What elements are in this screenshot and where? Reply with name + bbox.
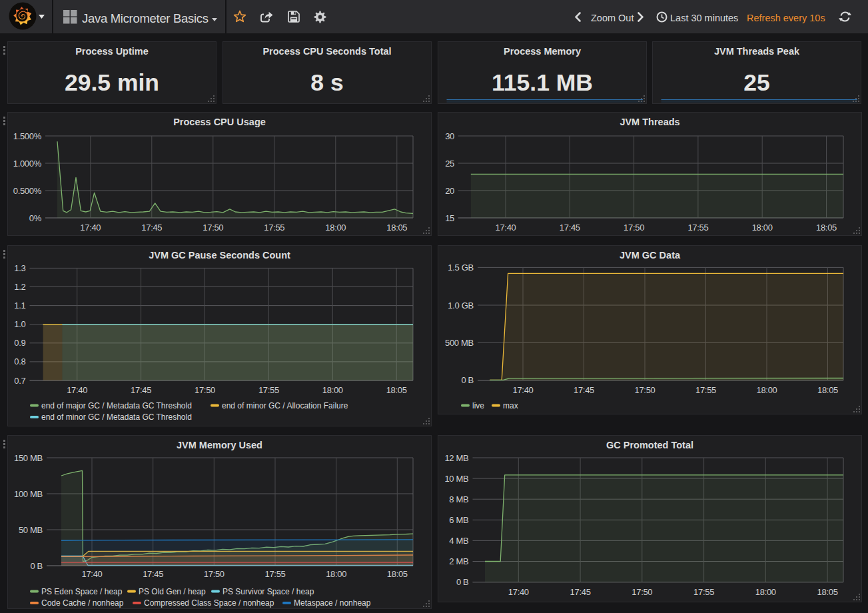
svg-text:17:40: 17:40 xyxy=(80,223,101,233)
svg-text:1.1: 1.1 xyxy=(14,301,25,310)
svg-text:JVM Threads: JVM Threads xyxy=(620,117,679,127)
svg-text:JVM Memory Used: JVM Memory Used xyxy=(177,440,262,450)
svg-text:10 MB: 10 MB xyxy=(444,474,468,484)
svg-text:18:00: 18:00 xyxy=(326,569,346,579)
svg-text:Compressed Class Space / nonhe: Compressed Class Space / nonheap xyxy=(144,598,274,608)
svg-text:17:50: 17:50 xyxy=(624,223,644,233)
svg-text:1.0 GB: 1.0 GB xyxy=(448,301,474,310)
svg-text:15: 15 xyxy=(445,213,454,223)
svg-text:50 MB: 50 MB xyxy=(19,525,43,535)
svg-text:17:55: 17:55 xyxy=(264,223,284,233)
svg-text:0 B: 0 B xyxy=(456,577,468,587)
svg-text:17:45: 17:45 xyxy=(143,569,163,579)
svg-text:1.500%: 1.500% xyxy=(13,131,42,141)
svg-text:PS Eden Space / heap: PS Eden Space / heap xyxy=(41,587,123,596)
svg-text:end of minor GC / Allocation F: end of minor GC / Allocation Failure xyxy=(222,401,348,410)
svg-text:18:00: 18:00 xyxy=(325,223,346,233)
svg-text:Process CPU Seconds Total: Process CPU Seconds Total xyxy=(262,46,391,57)
svg-text:17:50: 17:50 xyxy=(634,385,655,395)
svg-text:17:50: 17:50 xyxy=(632,587,652,597)
svg-text:17:50: 17:50 xyxy=(195,385,215,395)
svg-text:Process CPU Usage: Process CPU Usage xyxy=(173,117,266,127)
svg-text:17:45: 17:45 xyxy=(559,223,580,233)
svg-text:PS Survivor Space / heap: PS Survivor Space / heap xyxy=(222,587,314,596)
svg-text:0 B: 0 B xyxy=(461,375,474,385)
svg-text:25: 25 xyxy=(743,69,770,96)
svg-text:18:00: 18:00 xyxy=(322,385,343,395)
svg-text:end of major GC / Metadata GC: end of major GC / Metadata GC Threshold xyxy=(41,401,192,410)
svg-text:18:05: 18:05 xyxy=(386,385,407,395)
svg-text:20: 20 xyxy=(445,186,454,196)
svg-text:8 MB: 8 MB xyxy=(449,494,468,504)
svg-text:150 MB: 150 MB xyxy=(14,453,43,463)
svg-text:Code Cache / nonheap: Code Cache / nonheap xyxy=(41,598,124,608)
svg-text:Process Memory: Process Memory xyxy=(503,46,580,57)
svg-text:17:55: 17:55 xyxy=(695,385,715,395)
svg-text:GC Promoted Total: GC Promoted Total xyxy=(606,440,693,450)
svg-text:18:05: 18:05 xyxy=(817,587,837,597)
svg-text:17:55: 17:55 xyxy=(693,587,714,597)
svg-text:17:40: 17:40 xyxy=(508,587,528,597)
svg-text:25: 25 xyxy=(445,159,454,169)
svg-text:end of minor GC / Metadata GC: end of minor GC / Metadata GC Threshold xyxy=(41,412,192,422)
svg-text:0.7: 0.7 xyxy=(14,376,25,386)
svg-text:0 B: 0 B xyxy=(30,561,43,571)
svg-text:17:55: 17:55 xyxy=(258,385,279,395)
svg-text:1.5 GB: 1.5 GB xyxy=(448,263,474,273)
svg-text:18:05: 18:05 xyxy=(817,385,837,395)
svg-text:Process Uptime: Process Uptime xyxy=(75,46,149,57)
svg-text:18:05: 18:05 xyxy=(386,223,407,233)
svg-text:12 MB: 12 MB xyxy=(444,453,468,463)
svg-text:0%: 0% xyxy=(29,213,42,223)
svg-text:1.3: 1.3 xyxy=(14,263,25,273)
svg-text:17:45: 17:45 xyxy=(573,385,594,395)
svg-text:29.5 min: 29.5 min xyxy=(65,69,159,96)
svg-text:17:50: 17:50 xyxy=(204,569,224,579)
svg-text:6 MB: 6 MB xyxy=(449,515,468,525)
svg-text:500 MB: 500 MB xyxy=(444,338,473,348)
svg-text:1.000%: 1.000% xyxy=(13,159,42,169)
svg-text:live: live xyxy=(472,401,484,410)
svg-text:17:40: 17:40 xyxy=(67,385,87,395)
svg-text:Metaspace / nonheap: Metaspace / nonheap xyxy=(294,598,371,608)
svg-text:115.1 MB: 115.1 MB xyxy=(492,69,593,96)
svg-text:17:40: 17:40 xyxy=(512,385,533,395)
svg-text:100 MB: 100 MB xyxy=(14,489,43,499)
svg-text:max: max xyxy=(503,401,518,410)
svg-text:JVM GC Pause Seconds Count: JVM GC Pause Seconds Count xyxy=(149,250,290,261)
svg-text:PS Old Gen / heap: PS Old Gen / heap xyxy=(139,587,206,596)
svg-text:17:40: 17:40 xyxy=(495,223,516,233)
svg-text:1.0: 1.0 xyxy=(14,319,25,329)
svg-text:17:50: 17:50 xyxy=(203,223,223,233)
svg-text:18:00: 18:00 xyxy=(751,223,772,233)
svg-text:30: 30 xyxy=(445,131,454,141)
svg-text:18:00: 18:00 xyxy=(755,587,775,597)
svg-text:0.9: 0.9 xyxy=(14,338,25,348)
svg-text:8 s: 8 s xyxy=(310,69,343,96)
svg-text:18:05: 18:05 xyxy=(387,569,408,579)
svg-text:18:00: 18:00 xyxy=(756,385,777,395)
svg-text:17:45: 17:45 xyxy=(141,223,162,233)
svg-text:JVM Threads Peak: JVM Threads Peak xyxy=(714,46,800,57)
svg-text:1.2: 1.2 xyxy=(14,282,25,292)
svg-text:0.500%: 0.500% xyxy=(13,186,42,196)
svg-text:17:45: 17:45 xyxy=(131,385,151,395)
svg-text:2 MB: 2 MB xyxy=(449,556,468,566)
svg-text:17:55: 17:55 xyxy=(687,223,708,233)
svg-text:18:05: 18:05 xyxy=(815,223,836,233)
svg-text:4 MB: 4 MB xyxy=(449,536,468,546)
svg-text:17:45: 17:45 xyxy=(570,587,590,597)
svg-text:0.8: 0.8 xyxy=(14,356,25,366)
svg-text:17:40: 17:40 xyxy=(81,569,102,579)
svg-text:JVM GC Data: JVM GC Data xyxy=(619,250,680,261)
svg-text:17:55: 17:55 xyxy=(264,569,285,579)
